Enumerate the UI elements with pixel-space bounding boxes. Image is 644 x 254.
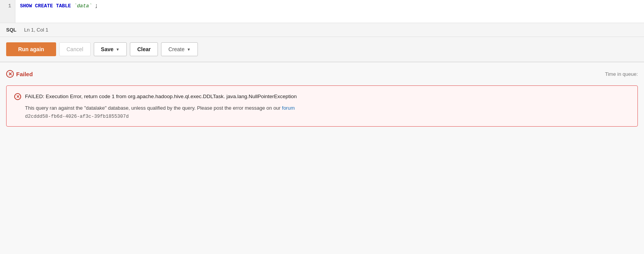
code-editor: 1 SHOW CREATE TABLE `data` ; — [0, 0, 644, 23]
status-row: ✕ Failed Time in queue: — [6, 69, 638, 79]
file-type-label: SQL — [6, 27, 17, 33]
cancel-button: Cancel — [59, 42, 91, 56]
clear-button[interactable]: Clear — [130, 42, 158, 56]
failed-label: Failed — [16, 71, 33, 77]
forum-link[interactable]: forum — [282, 105, 295, 111]
time-in-queue: Time in queue: — [605, 71, 638, 77]
failed-x-symbol: ✕ — [8, 71, 12, 77]
run-again-button[interactable]: Run again — [6, 42, 56, 56]
create-dropdown-arrow[interactable]: ▼ — [187, 47, 191, 52]
status-bar: SQL Ln 1, Col 1 — [0, 23, 644, 37]
error-main-message: FAILED: Execution Error, return code 1 f… — [25, 93, 297, 100]
failed-badge: ✕ Failed — [6, 70, 33, 78]
save-dropdown-arrow[interactable]: ▼ — [116, 47, 120, 52]
error-id: d2cddd58-fb6d-4026-af3c-39fb1855307d — [25, 114, 630, 119]
create-button[interactable]: Create ▼ — [161, 42, 198, 56]
cursor-position: Ln 1, Col 1 — [24, 27, 48, 33]
line-number: 1 — [0, 0, 15, 23]
create-label: Create — [168, 46, 184, 52]
error-box: ✕ FAILED: Execution Error, return code 1… — [6, 85, 638, 127]
save-button[interactable]: Save ▼ — [94, 42, 127, 56]
save-label: Save — [101, 46, 114, 52]
keyword-table: TABLE — [56, 3, 71, 9]
clear-label: Clear — [137, 46, 151, 52]
keyword-show: SHOW — [20, 3, 32, 9]
results-area: ✕ Failed Time in queue: ✕ FAILED: Execut… — [0, 62, 644, 133]
error-x-symbol: ✕ — [16, 94, 20, 99]
error-header: ✕ FAILED: Execution Error, return code 1… — [14, 93, 630, 100]
code-table-name: `data` — [74, 3, 92, 9]
failed-icon: ✕ — [6, 70, 14, 78]
error-icon: ✕ — [14, 93, 21, 100]
error-subtext: This query ran against the "datalake" da… — [25, 104, 630, 112]
error-sub-prefix: This query ran against the "datalake" da… — [25, 105, 282, 111]
code-line[interactable]: SHOW CREATE TABLE `data` ; — [15, 0, 644, 23]
editor-container: 1 SHOW CREATE TABLE `data` ; SQL Ln 1, C… — [0, 0, 644, 62]
code-semicolon: ; — [95, 3, 98, 9]
keyword-create: CREATE — [35, 3, 53, 9]
toolbar: Run again Cancel Save ▼ Clear Create ▼ — [0, 37, 644, 62]
